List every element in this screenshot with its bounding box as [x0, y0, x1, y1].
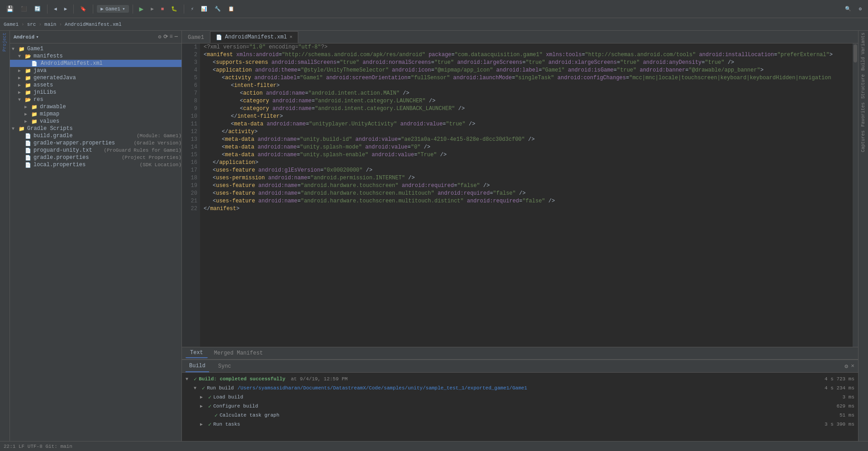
main-area: Project Android ▾ ⚙ ⟳ ≡ — ▼ 📁 Game1 [0, 31, 868, 441]
build-row-configure-build[interactable]: ▶ ✓ Configure build 629 ms [186, 402, 854, 411]
breadcrumb-src[interactable]: src [27, 22, 36, 27]
toolbar-debug[interactable]: 🐛 [168, 5, 180, 13]
code-line-5: <activity android:label="Game1" android:… [204, 74, 849, 82]
toolbar-extra1[interactable]: ⚡ [188, 5, 196, 13]
editor-scrollbar[interactable] [853, 43, 858, 347]
tree-item-values[interactable]: ▶ 📁 values [10, 118, 181, 125]
toolbar-stop[interactable]: ■ [158, 5, 167, 13]
tree-item-java[interactable]: ▶ 📁 java [10, 67, 181, 74]
folder-icon-game1: 📁 [18, 46, 25, 52]
tree-item-game1[interactable]: ▼ 📁 Game1 [10, 45, 181, 53]
tab-xml-icon: 📄 [216, 34, 222, 40]
tab-game1[interactable]: Game1 [182, 31, 210, 43]
tree-item-androidmanifest[interactable]: 📄 AndroidManifest.xml [10, 60, 181, 67]
folder-icon-mipmap: 📁 [31, 111, 38, 117]
tree-item-drawable[interactable]: ▶ 📁 drawable [10, 103, 181, 110]
toolbar-search[interactable]: 🔍 [842, 5, 854, 13]
tree-item-gradle-wrapper[interactable]: 📄 gradle-wrapper.properties (Gradle Vers… [10, 139, 181, 147]
tree-item-generatedjava[interactable]: ▶ 📁 generatedJava [10, 74, 181, 82]
tree-label-assets: assets [33, 82, 181, 88]
run-tasks-arrow: ▶ [200, 422, 206, 427]
tree-item-jnilibs[interactable]: ▶ 📁 jniLibs [10, 89, 181, 96]
run-config-selector[interactable]: ▶ Game1 ▾ [97, 5, 129, 13]
code-content[interactable]: <?xml version="1.0" encoding="utf-8"?> <… [200, 43, 853, 347]
android-dropdown[interactable]: Android ▾ [14, 34, 39, 40]
build-row-calculate-task[interactable]: ✓ Calculate task graph 51 ms [186, 411, 854, 420]
breadcrumb-file[interactable]: AndroidManifest.xml [65, 22, 121, 27]
tree-item-gradle-scripts[interactable]: ▼ 📁 Gradle Scripts [10, 125, 181, 132]
run-tasks-label: Run tasks [213, 422, 240, 427]
toolbar-menu-item[interactable]: 💾 [4, 5, 16, 14]
toolbar-extra2[interactable]: 📊 [198, 5, 210, 13]
build-variants-tab[interactable]: Build Variants [860, 31, 867, 72]
tree-item-res[interactable]: ▼ 📂 res [10, 96, 181, 103]
toolbar-gear[interactable]: ⚙ [856, 5, 864, 13]
build-settings-icon[interactable]: ⚙ [844, 363, 848, 370]
tree-label-game1: Game1 [27, 46, 181, 52]
tab-close-icon[interactable]: × [290, 34, 293, 40]
panel-filter-icon[interactable]: ≡ [170, 34, 173, 40]
tree-item-proguard[interactable]: 📄 proguard-unity.txt (ProGuard Rules for… [10, 147, 181, 154]
build-row-result[interactable]: ▼ ✓ Build: completed successfully at 9/4… [186, 374, 854, 384]
panel-settings-icon[interactable]: ⚙ [158, 34, 161, 40]
build-result-label: Build: completed successfully [199, 376, 285, 382]
folder-icon-gradle: 📁 [18, 125, 25, 132]
structure-tab[interactable]: Structure [860, 72, 867, 101]
code-line-3: <supports-screens android:smallScreens="… [204, 59, 849, 67]
tree-label-androidmanifest: AndroidManifest.xml [40, 60, 181, 67]
captures-tab[interactable]: Captures [860, 129, 867, 154]
favorites-tab[interactable]: Favorites [860, 101, 867, 129]
build-row-run-build[interactable]: ▼ ✓ Run build /Users/syamsasidharan/Docu… [186, 384, 854, 393]
left-vertical-tabs: Project [0, 31, 10, 441]
toolbar-extra3[interactable]: 🔧 [212, 5, 224, 13]
toolbar-right-icons: 🔍 ⚙ [842, 5, 864, 13]
run-button[interactable]: ▶ [137, 4, 147, 14]
run-config-dropdown: ▾ [122, 6, 125, 12]
code-line-16: </application> [204, 159, 849, 167]
line-num-5: 5 [182, 74, 197, 82]
status-text: 22:1 LF UTF-8 Git: main [4, 444, 72, 449]
panel-close-icon[interactable]: — [175, 34, 178, 40]
toolbar-extra4[interactable]: 📋 [225, 5, 237, 13]
tree-item-gradle-props[interactable]: 📄 gradle.properties (Project Properties) [10, 154, 181, 161]
code-line-1: <?xml version="1.0" encoding="utf-8"?> [204, 43, 849, 51]
tree-item-mipmap[interactable]: ▶ 📁 mipmap [10, 110, 181, 118]
toolbar-back[interactable]: ◀ [51, 5, 60, 13]
build-tab-build[interactable]: Build [186, 360, 209, 372]
build-close-icon[interactable]: × [851, 363, 854, 370]
tree-item-local-props[interactable]: 📄 local.properties (SDK Location) [10, 161, 181, 168]
line-num-21: 21 [182, 197, 197, 205]
folder-icon-jnilibs: 📁 [24, 89, 32, 96]
tree-label-gradle-scripts: Gradle Scripts [27, 125, 181, 132]
toolbar-sync[interactable]: 🔄 [32, 5, 43, 13]
project-tab[interactable]: Project [1, 31, 8, 53]
expand-gradle: ▼ [12, 126, 18, 131]
expand-game1: ▼ [12, 47, 18, 52]
toolbar-forward[interactable]: ▶ [62, 5, 70, 13]
toolbar-bookmark[interactable]: 🔖 [77, 5, 89, 13]
breadcrumb-main[interactable]: main [44, 22, 56, 27]
build-row-load-build[interactable]: ▶ ✓ Load build 3 ms [186, 393, 854, 402]
breadcrumb-game1[interactable]: Game1 [4, 22, 19, 27]
bottom-tab-merged-manifest-label: Merged Manifest [214, 350, 263, 356]
tree-item-assets[interactable]: ▶ 📁 assets [10, 82, 181, 89]
scrollbar-thumb[interactable] [854, 44, 857, 62]
bottom-tab-merged-manifest[interactable]: Merged Manifest [210, 348, 267, 358]
separator-4 [133, 5, 133, 14]
line-num-17: 17 [182, 167, 197, 174]
toolbar-save-all[interactable]: ⬛ [18, 5, 30, 13]
expand-values: ▶ [24, 119, 31, 124]
build-tab-sync[interactable]: Sync [215, 360, 235, 372]
build-row-run-tasks[interactable]: ▶ ✓ Run tasks 3 s 390 ms [186, 420, 854, 429]
tree-label-build-gradle: build.gradle [33, 133, 135, 139]
run-build-label: Run build [207, 385, 234, 391]
tab-androidmanifest-label: AndroidManifest.xml [225, 34, 287, 40]
panel-sync-icon[interactable]: ⟳ [163, 34, 168, 40]
toolbar-run2[interactable]: ▶ [148, 5, 157, 13]
expand-generatedjava: ▶ [18, 75, 24, 81]
code-line-6: <intent-filter> [204, 82, 849, 90]
tab-androidmanifest[interactable]: 📄 AndroidManifest.xml × [210, 31, 298, 43]
tree-item-manifests[interactable]: ▼ 📂 manifests [10, 53, 181, 60]
bottom-tab-text[interactable]: Text [186, 348, 208, 358]
tree-item-build-gradle[interactable]: 📄 build.gradle (Module: Game1) [10, 132, 181, 139]
